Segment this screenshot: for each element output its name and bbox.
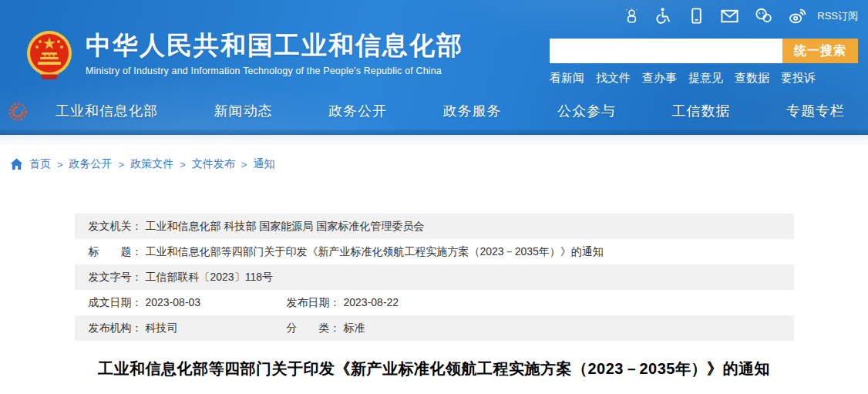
nav-item-data[interactable]: 工信数据: [672, 102, 731, 120]
nav-bottom-strip: [0, 130, 868, 135]
crumb-separator: >: [57, 159, 63, 170]
quick-link-news[interactable]: 看新闻: [550, 71, 584, 86]
quick-link-complaint[interactable]: 要投诉: [781, 71, 816, 86]
quick-link-files[interactable]: 找文件: [596, 71, 631, 86]
crumb-policy-files[interactable]: 政策文件: [130, 157, 173, 171]
mail-icon[interactable]: [720, 7, 739, 25]
search-input[interactable]: [550, 39, 782, 63]
site-header: RSS订阅 中华人民共和国工业和信息化部 Ministry of Industr…: [0, 0, 868, 135]
meta-value: 科技司: [146, 322, 178, 335]
crumb-home[interactable]: 首页: [29, 157, 51, 171]
meta-row-doc-number: 发文字号： 工信部联科〔2023〕118号: [75, 264, 794, 290]
meta-label: 发文字号：: [89, 271, 143, 285]
national-emblem-icon: [25, 28, 74, 83]
meta-label: 成文日期：: [89, 296, 143, 310]
search-button[interactable]: 统一搜索: [782, 39, 858, 63]
page: RSS订阅 中华人民共和国工业和信息化部 Ministry of Industr…: [0, 0, 868, 394]
meta-label: 发文机关：: [89, 220, 143, 234]
header-fade: [0, 135, 868, 144]
rss-link[interactable]: RSS订阅: [817, 9, 858, 23]
crumb-gov-open[interactable]: 政务公开: [69, 157, 113, 171]
wechat-icon[interactable]: [754, 7, 773, 25]
crumb-notice[interactable]: 通知: [253, 157, 274, 171]
quick-link-services[interactable]: 查办事: [642, 71, 677, 86]
mobile-icon[interactable]: [688, 7, 705, 25]
crumb-separator: >: [241, 159, 247, 170]
meta-row-title: 标 题： 工业和信息化部等四部门关于印发《新产业标准化领航工程实施方案（2023…: [75, 239, 794, 264]
meta-value: 工信部联科〔2023〕118号: [146, 271, 273, 285]
quick-link-data[interactable]: 查数据: [735, 71, 769, 86]
nav-item-participation[interactable]: 公众参与: [557, 102, 616, 120]
home-icon[interactable]: [10, 158, 23, 170]
meta-value: 2023-08-22: [344, 296, 399, 310]
top-icon-bar: RSS订阅: [623, 7, 858, 25]
meta-value: 标准: [344, 322, 365, 335]
site-title: 中华人民共和国工业和信息化部: [86, 31, 463, 60]
meta-label: 分 类：: [287, 322, 341, 335]
nav-item-miit[interactable]: 工业和信息化部: [56, 102, 158, 120]
quick-links: 看新闻 找文件 查办事 提意见 查数据 要投诉: [550, 71, 858, 86]
quick-link-suggest[interactable]: 提意见: [688, 71, 723, 86]
meta-value: 工业和信息化部等四部门关于印发《新产业标准化领航工程实施方案（2023－2035…: [146, 245, 604, 259]
meta-value: 工业和信息化部 科技部 国家能源局 国家标准化管理委员会: [146, 220, 425, 234]
search-area: 统一搜索 看新闻 找文件 查办事 提意见 查数据 要投诉: [550, 39, 858, 86]
meta-row-issuing-agency: 发文机关： 工业和信息化部 科技部 国家能源局 国家标准化管理委员会: [75, 214, 794, 239]
meta-value: 2023-08-03: [146, 296, 201, 310]
breadcrumb: 首页 > 政务公开 > 政策文件 > 文件发布 > 通知: [10, 157, 868, 171]
crumb-file-release[interactable]: 文件发布: [192, 157, 235, 171]
nav-item-news[interactable]: 新闻动态: [214, 102, 273, 120]
nav-item-gov-service[interactable]: 政务服务: [443, 102, 502, 120]
doc-meta-table: 发文机关： 工业和信息化部 科技部 国家能源局 国家标准化管理委员会 标 题： …: [75, 214, 794, 341]
brand: 中华人民共和国工业和信息化部 Ministry of Industry and …: [25, 28, 463, 83]
nav-item-gov-open[interactable]: 政务公开: [328, 102, 387, 120]
meta-label: 发布机构：: [89, 322, 143, 335]
miit-logo-icon[interactable]: [6, 100, 29, 123]
crumb-separator: >: [119, 159, 125, 170]
meta-row-dates: 成文日期： 2023-08-03 发布日期： 2023-08-22: [75, 290, 794, 315]
robot-icon[interactable]: [623, 7, 641, 25]
brand-text: 中华人民共和国工业和信息化部 Ministry of Industry and …: [86, 28, 463, 76]
meta-row-publisher: 发布机构： 科技司 分 类： 标准: [75, 315, 794, 341]
main-nav: 工业和信息化部 新闻动态 政务公开 政务服务 公众参与 工信数据 专题专栏: [0, 93, 868, 130]
site-subtitle: Ministry of Industry and Information Tec…: [86, 66, 463, 76]
accessibility-icon[interactable]: [655, 7, 673, 25]
weibo-icon[interactable]: [788, 7, 807, 25]
meta-label: 标 题：: [89, 245, 143, 259]
meta-label: 发布日期：: [287, 296, 341, 310]
nav-item-topics[interactable]: 专题专栏: [786, 102, 845, 120]
article-title: 工业和信息化部等四部门关于印发《新产业标准化领航工程实施方案（2023－2035…: [0, 358, 868, 379]
crumb-separator: >: [180, 159, 186, 170]
